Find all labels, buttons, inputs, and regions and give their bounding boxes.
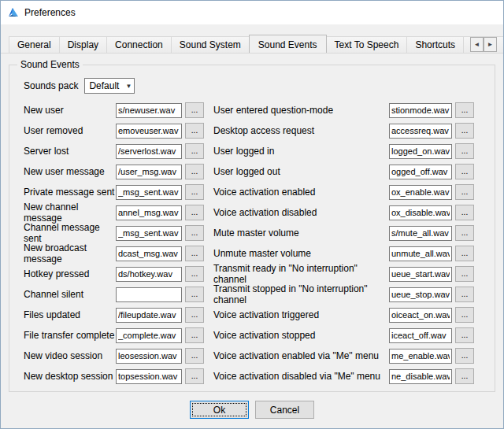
tab-shortcuts[interactable]: Shortcuts <box>406 36 464 53</box>
browse-button[interactable]: ... <box>185 164 204 179</box>
sound-event-label: New channel message <box>24 202 116 224</box>
sound-file-input[interactable] <box>116 205 182 220</box>
sound-file-input[interactable] <box>389 267 452 282</box>
left-column: New user ... User removed ... Server los… <box>24 100 204 386</box>
browse-button[interactable]: ... <box>455 327 474 343</box>
sound-event-row: Voice activation triggered ... <box>213 305 474 325</box>
browse-button[interactable]: ... <box>455 368 474 384</box>
browse-button[interactable]: ... <box>185 246 204 261</box>
tab-sound-system[interactable]: Sound System <box>171 36 250 53</box>
sound-file-input[interactable] <box>389 165 452 179</box>
sound-event-row: New desktop session ... <box>24 366 204 386</box>
sound-file-input[interactable] <box>116 328 182 343</box>
browse-button[interactable]: ... <box>185 368 204 384</box>
sound-event-label: User removed <box>24 125 116 136</box>
sound-event-label: Voice activation stopped <box>213 330 389 341</box>
sound-file-input[interactable] <box>116 165 182 179</box>
sound-event-row: Desktop access request ... <box>213 120 474 141</box>
dialog-button-row: Ok Cancel <box>1 392 503 427</box>
sound-event-label: Voice activation triggered <box>213 309 389 320</box>
sound-file-input[interactable] <box>116 226 182 241</box>
browse-button[interactable]: ... <box>185 225 204 241</box>
sound-event-row: New channel message ... <box>24 202 204 223</box>
sound-file-input[interactable] <box>389 144 452 159</box>
browse-button[interactable]: ... <box>455 205 474 220</box>
tab-scroll-right-button[interactable]: ► <box>484 37 497 52</box>
tab-connection[interactable]: Connection <box>106 36 172 53</box>
sound-event-row: Hotkey pressed ... <box>24 264 204 284</box>
sound-event-label: New user <box>24 105 116 116</box>
sound-file-input[interactable] <box>116 246 182 261</box>
browse-button[interactable]: ... <box>185 102 204 118</box>
browse-button[interactable]: ... <box>455 246 474 261</box>
tab-scroll-left-button[interactable]: ◄ <box>470 37 484 52</box>
tab-bar: GeneralDisplayConnectionSound SystemSoun… <box>1 24 503 53</box>
sound-event-row: Unmute master volume ... <box>213 243 474 264</box>
sound-file-input[interactable] <box>389 103 452 118</box>
browse-button[interactable]: ... <box>185 123 204 139</box>
sound-event-row: Voice activation enabled via "Me" menu .… <box>213 346 474 366</box>
browse-button[interactable]: ... <box>455 225 474 241</box>
browse-button[interactable]: ... <box>455 266 474 282</box>
sound-event-row: New user message ... <box>24 161 204 182</box>
browse-button[interactable]: ... <box>455 102 474 118</box>
window-title: Preferences <box>24 7 76 18</box>
sound-event-row: New video session ... <box>24 346 204 366</box>
tab-sound-events[interactable]: Sound Events <box>249 35 327 53</box>
tab-display[interactable]: Display <box>59 36 107 53</box>
chevron-down-icon: ▼ <box>125 83 132 90</box>
sound-file-input[interactable] <box>389 349 452 364</box>
sound-event-row: User entered question-mode ... <box>213 100 474 120</box>
cancel-button[interactable]: Cancel <box>255 401 314 419</box>
sound-event-label: User entered question-mode <box>213 105 389 116</box>
browse-button[interactable]: ... <box>455 184 474 200</box>
sound-file-input[interactable] <box>116 144 182 159</box>
sound-event-label: Transmit stopped in "No interruption" ch… <box>213 283 389 305</box>
sound-file-input[interactable] <box>116 185 182 200</box>
sounds-pack-label: Sounds pack <box>24 80 78 91</box>
ok-button[interactable]: Ok <box>190 401 249 419</box>
tab-general[interactable]: General <box>9 36 60 53</box>
sound-file-input[interactable] <box>389 226 452 241</box>
browse-button[interactable]: ... <box>185 205 204 220</box>
sound-file-input[interactable] <box>389 124 452 139</box>
browse-button[interactable]: ... <box>185 287 204 302</box>
browse-button[interactable]: ... <box>185 143 204 159</box>
sound-event-label: Private message sent <box>24 187 116 198</box>
sound-file-input[interactable] <box>389 328 452 343</box>
sounds-pack-value: Default <box>89 80 119 91</box>
sound-file-input[interactable] <box>116 124 182 139</box>
sound-event-label: Channel silent <box>24 289 116 300</box>
browse-button[interactable]: ... <box>185 266 204 282</box>
sound-event-label: Voice activation disabled <box>213 207 389 218</box>
browse-button[interactable]: ... <box>185 348 204 364</box>
sound-file-input[interactable] <box>116 103 182 118</box>
tab-text-to-speech[interactable]: Text To Speech <box>326 36 408 53</box>
sound-event-label: Desktop access request <box>213 125 389 136</box>
sound-file-input[interactable] <box>389 369 452 384</box>
sound-file-input[interactable] <box>116 349 182 364</box>
sound-event-label: Channel message sent <box>24 222 116 244</box>
sound-file-input[interactable] <box>389 185 452 200</box>
sound-file-input[interactable] <box>389 287 452 302</box>
sound-file-input[interactable] <box>116 267 182 282</box>
browse-button[interactable]: ... <box>455 348 474 364</box>
browse-button[interactable]: ... <box>455 164 474 179</box>
browse-button[interactable]: ... <box>185 307 204 323</box>
browse-button[interactable]: ... <box>185 184 204 200</box>
sound-file-input[interactable] <box>389 205 452 220</box>
sound-file-input[interactable] <box>116 287 182 302</box>
sound-event-row: Channel silent ... <box>24 284 204 305</box>
browse-button[interactable]: ... <box>455 143 474 159</box>
sound-file-input[interactable] <box>389 308 452 323</box>
sound-event-label: Files updated <box>24 309 116 320</box>
browse-button[interactable]: ... <box>455 287 474 302</box>
sound-file-input[interactable] <box>116 369 182 384</box>
browse-button[interactable]: ... <box>185 327 204 343</box>
sound-event-label: Voice activation disabled via "Me" menu <box>213 371 389 382</box>
sounds-pack-select[interactable]: Default ▼ <box>84 78 135 94</box>
sound-file-input[interactable] <box>116 308 182 323</box>
browse-button[interactable]: ... <box>455 307 474 323</box>
sound-file-input[interactable] <box>389 246 452 261</box>
browse-button[interactable]: ... <box>455 123 474 139</box>
